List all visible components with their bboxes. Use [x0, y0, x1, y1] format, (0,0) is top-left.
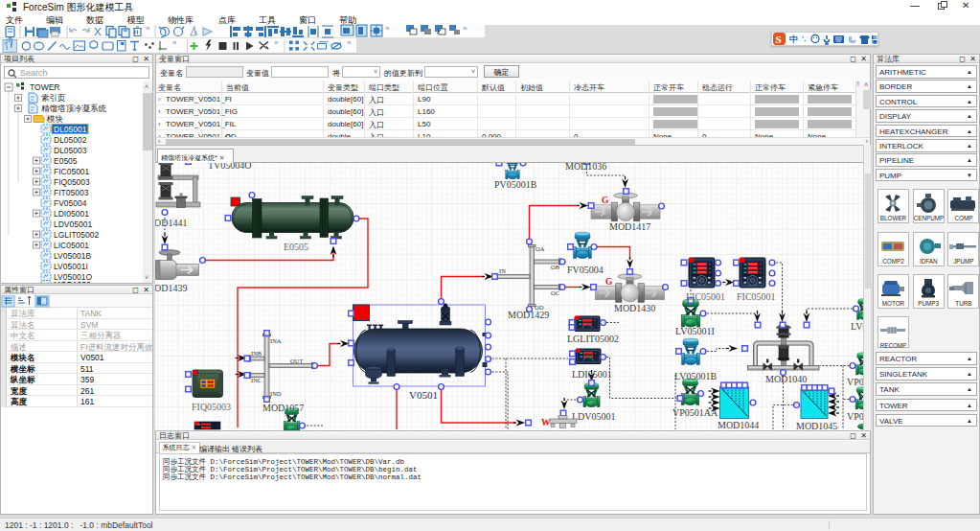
svg-text:»: » — [146, 24, 150, 33]
svg-text:FIC05001: FIC05001 — [54, 167, 90, 176]
svg-text:INA: INA — [270, 337, 282, 344]
svg-text:DL05002: DL05002 — [54, 135, 87, 145]
svg-text:G: G — [605, 277, 613, 287]
svg-text:»: » — [274, 38, 279, 47]
svg-text:LV05001B: LV05001B — [674, 371, 717, 381]
svg-text:LV05001B: LV05001B — [54, 251, 91, 261]
svg-text:IN: IN — [499, 267, 506, 274]
svg-text:VP0501AA: VP0501AA — [672, 407, 718, 418]
svg-text:MOD1430: MOD1430 — [614, 303, 655, 313]
svg-text:INC: INC — [251, 377, 262, 383]
svg-text:IND: IND — [270, 390, 282, 397]
svg-text:LV05: LV05 — [851, 321, 863, 332]
svg-text:E0505: E0505 — [54, 156, 78, 166]
svg-text:G: G — [602, 196, 609, 205]
svg-text:FV05004: FV05004 — [567, 265, 604, 275]
svg-text:FIQ05003: FIQ05003 — [54, 177, 90, 187]
svg-text:DL05003: DL05003 — [54, 146, 87, 155]
svg-text:TOWER: TOWER — [30, 82, 59, 92]
svg-text:MOD1429: MOD1429 — [508, 310, 549, 320]
svg-text:»: » — [463, 24, 467, 33]
svg-text:PV05001B: PV05001B — [494, 179, 537, 190]
svg-text:OC: OC — [551, 289, 559, 296]
svg-text:OD: OD — [535, 304, 544, 311]
svg-text:OB: OB — [551, 264, 560, 270]
svg-text:VP050: VP050 — [847, 411, 863, 422]
svg-text:V0501: V0501 — [409, 389, 438, 401]
svg-text:LV05001I: LV05001I — [675, 326, 715, 336]
svg-text:LDI05001: LDI05001 — [572, 369, 612, 380]
svg-text:INB: INB — [251, 350, 262, 357]
svg-text:»: » — [385, 24, 390, 33]
svg-text:OD1439: OD1439 — [155, 283, 187, 293]
svg-text:OUT: OUT — [290, 358, 303, 364]
svg-text:索引页: 索引页 — [41, 93, 66, 103]
svg-text:'.: '. — [802, 35, 806, 43]
svg-text:MOD1057: MOD1057 — [262, 403, 304, 413]
svg-text:W: W — [541, 418, 551, 427]
svg-text:VP050: VP050 — [847, 377, 863, 387]
svg-text:LIC05001: LIC05001 — [686, 291, 725, 302]
svg-text:中: 中 — [789, 35, 798, 44]
svg-text:FV05004: FV05004 — [54, 198, 87, 208]
svg-text:LGLIT05002: LGLIT05002 — [54, 230, 100, 240]
svg-text:LGLIT05002: LGLIT05002 — [567, 334, 619, 344]
svg-text:LIC05001: LIC05001 — [54, 241, 89, 250]
svg-text:MOD1417: MOD1417 — [609, 221, 650, 232]
svg-text:MOD1040: MOD1040 — [765, 374, 807, 384]
svg-text:FIT05003: FIT05003 — [54, 188, 89, 197]
svg-text:MOD1036: MOD1036 — [54, 280, 91, 283]
svg-text:LDI05001: LDI05001 — [54, 209, 89, 219]
svg-text:LDV05001: LDV05001 — [572, 411, 616, 422]
svg-text:精馏塔顶冷凝系统: 精馏塔顶冷凝系统 — [41, 104, 107, 113]
svg-text:FIQ05003: FIQ05003 — [192, 402, 231, 412]
svg-text:LDV05001: LDV05001 — [54, 219, 92, 229]
svg-text:DL05001: DL05001 — [54, 125, 87, 134]
svg-text:TV05004O: TV05004O — [208, 163, 252, 171]
svg-text:»: » — [347, 38, 352, 47]
svg-text:S: S — [776, 34, 782, 45]
svg-text:FIC05001: FIC05001 — [737, 291, 776, 302]
svg-text:OD1441: OD1441 — [155, 218, 187, 228]
svg-text:模块: 模块 — [46, 114, 64, 124]
svg-text:LV05001I: LV05001I — [54, 262, 88, 271]
svg-text:»: » — [172, 38, 177, 47]
svg-text:OA: OA — [536, 245, 545, 252]
svg-text:E0505: E0505 — [284, 242, 308, 252]
svg-text:MOD1045: MOD1045 — [796, 421, 837, 430]
svg-text:MOD1036: MOD1036 — [565, 163, 606, 172]
svg-text:MOD1044: MOD1044 — [718, 420, 759, 430]
